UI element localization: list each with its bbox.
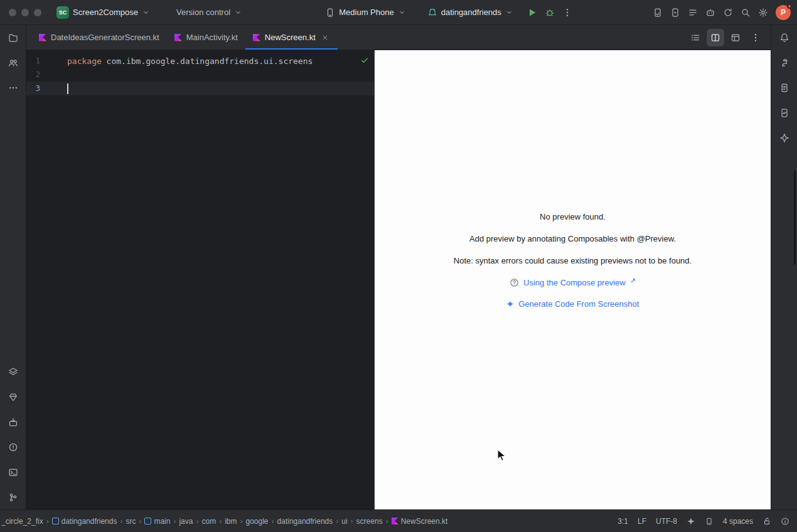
editor-options-button[interactable] (747, 29, 764, 46)
breadcrumb-item[interactable]: src (126, 517, 136, 526)
tab-mainactivity[interactable]: MainActivity.kt (167, 25, 245, 50)
chevron-down-icon (505, 8, 513, 16)
version-control-menu[interactable]: Version control (171, 5, 247, 19)
more-vertical-icon (562, 8, 572, 18)
zoom-window-button[interactable] (34, 9, 41, 16)
line-number: 1 (26, 56, 40, 65)
device-explorer-tool-button[interactable] (776, 79, 793, 97)
breadcrumb-item[interactable]: datingandfriends (52, 517, 117, 526)
more-tool-windows-button[interactable] (4, 79, 22, 97)
device-manager-button[interactable] (649, 4, 666, 21)
inspections-ok-button[interactable] (360, 56, 369, 65)
settings-button[interactable] (754, 4, 772, 21)
status-info-button[interactable] (781, 517, 789, 526)
main-area: DateIdeasGeneratorScreen.kt MainActivity… (26, 25, 771, 509)
gemini-status-button[interactable] (687, 517, 695, 526)
close-window-button[interactable] (9, 9, 16, 16)
compose-preview-help-link[interactable]: Using the Compose preview (523, 278, 626, 287)
device-manager-icon (653, 8, 663, 18)
pull-requests-tool-button[interactable] (4, 54, 22, 72)
device-cast-icon (705, 517, 714, 526)
status-bar: _circle_2_fix › datingandfriends › src ›… (0, 509, 797, 532)
code-text (67, 83, 68, 94)
code-view-button[interactable] (687, 29, 704, 46)
gemini-tool-button[interactable] (776, 129, 793, 147)
android-studio-window: SC Screen2Compose Version control Medium… (0, 0, 797, 532)
tab-newscreen[interactable]: NewScreen.kt (245, 25, 338, 50)
chevron-down-icon (142, 8, 150, 16)
notifications-tool-button[interactable] (776, 29, 793, 46)
breadcrumb-item[interactable]: com (201, 517, 216, 526)
version-control-label: Version control (176, 8, 230, 17)
device-mirror-button[interactable] (705, 517, 714, 526)
code-line[interactable]: 2 (26, 68, 374, 82)
problems-tool-button[interactable] (4, 439, 22, 456)
device-monitor-tool-button[interactable] (776, 104, 793, 122)
inbox-icon (8, 417, 18, 427)
more-actions-button[interactable] (559, 4, 576, 21)
window-scrollbar[interactable] (794, 171, 796, 265)
search-everywhere-button[interactable] (737, 4, 754, 21)
breadcrumb: _circle_2_fix › datingandfriends › src ›… (1, 517, 618, 526)
breadcrumb-item-file[interactable]: NewScreen.kt (392, 517, 448, 526)
resource-manager-tool-button[interactable] (4, 388, 22, 406)
line-number: 2 (26, 70, 40, 79)
minimize-window-button[interactable] (21, 9, 29, 16)
compose-preview-help-row: Using the Compose preview ↗ (375, 278, 771, 287)
device-file-explorer-icon (779, 83, 789, 93)
breadcrumb-item[interactable]: _circle_2_fix (1, 517, 43, 526)
gradle-tool-button[interactable] (776, 54, 793, 72)
gemini-star-icon (687, 517, 695, 526)
sync-project-button[interactable] (719, 4, 737, 21)
breadcrumb-item[interactable]: ibm (225, 517, 237, 526)
encoding-widget[interactable]: UTF-8 (656, 517, 677, 526)
logcat-button[interactable] (684, 4, 702, 21)
terminal-tool-button[interactable] (4, 464, 22, 481)
breadcrumb-item[interactable]: datingandfriends (277, 517, 333, 526)
code-line-active[interactable]: 3 (26, 82, 374, 95)
close-tab-button[interactable] (320, 33, 330, 43)
no-preview-title: No preview found. (375, 212, 771, 221)
editor-mode-switcher (687, 25, 771, 50)
bug-icon (545, 8, 555, 18)
tab-label: DateIdeasGeneratorScreen.kt (51, 33, 159, 42)
layout-inspector-tool-button[interactable] (4, 363, 22, 381)
breadcrumb-item[interactable]: ui (341, 517, 347, 526)
split-editor-icon (710, 33, 720, 43)
breadcrumb-item[interactable]: google (245, 517, 268, 526)
project-selector[interactable]: SC Screen2Compose (51, 4, 155, 21)
split-view-button[interactable] (707, 29, 724, 46)
code-text: package com.ibm.google.datingandfriends.… (67, 56, 313, 66)
code-line[interactable]: 1 package com.ibm.google.datingandfriend… (26, 54, 374, 68)
generate-code-link[interactable]: Generate Code From Screenshot (518, 299, 639, 309)
code-editor[interactable]: 1 package com.ibm.google.datingandfriend… (26, 50, 374, 509)
breadcrumb-item[interactable]: java (179, 517, 193, 526)
check-icon (360, 56, 369, 65)
no-preview-message-block: No preview found. Add preview by annotat… (375, 212, 771, 321)
tab-dateideasgeneratorscreen[interactable]: DateIdeasGeneratorScreen.kt (31, 25, 167, 50)
line-ending-widget[interactable]: LF (638, 517, 646, 526)
user-avatar[interactable]: P (776, 5, 791, 20)
search-icon (741, 8, 751, 18)
run-button[interactable] (523, 4, 541, 21)
file-lock-button[interactable] (762, 517, 771, 526)
debug-button[interactable] (541, 4, 559, 21)
cursor-position-widget[interactable]: 3:1 (618, 517, 628, 526)
layers-icon (8, 367, 18, 377)
app-inspection-tool-button[interactable] (4, 413, 22, 431)
close-icon (321, 34, 329, 41)
run-configuration-selector[interactable]: datingandfriends (422, 5, 518, 20)
version-control-tool-button[interactable] (4, 489, 22, 506)
breadcrumb-item[interactable]: main (144, 517, 170, 526)
more-horizontal-icon (8, 83, 18, 93)
gradle-icon (779, 58, 789, 68)
indent-widget[interactable]: 4 spaces (723, 517, 753, 526)
running-devices-button[interactable] (666, 4, 684, 21)
breadcrumb-item[interactable]: screens (356, 517, 383, 526)
device-selector[interactable]: Medium Phone (320, 5, 410, 20)
left-tool-strip (0, 25, 26, 509)
ai-assistant-button[interactable] (702, 4, 719, 21)
design-view-button[interactable] (727, 29, 744, 46)
project-tool-button[interactable] (4, 29, 22, 46)
editor-split: 1 package com.ibm.google.datingandfriend… (26, 50, 771, 509)
